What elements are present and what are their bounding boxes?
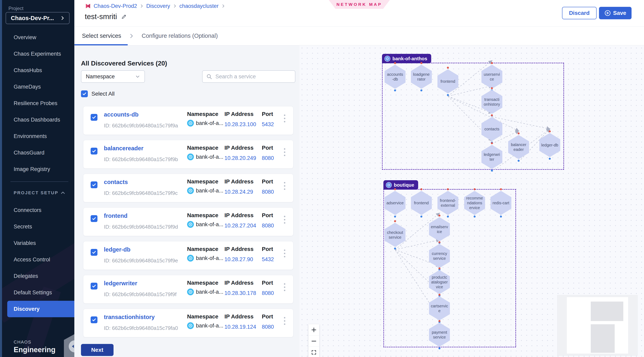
service-port[interactable]: 8080 (262, 189, 274, 195)
sidebar-item-delegates[interactable]: Delegates (2, 268, 74, 284)
breadcrumb-link-project[interactable]: Chaos-Dev-Prod2 (94, 3, 137, 9)
map-node-productcatalogservice[interactable]: productcatalogservice (429, 270, 450, 294)
service-ip[interactable]: 10.28.30.178 (224, 290, 256, 296)
select-all-checkbox[interactable] (81, 90, 88, 97)
service-ip[interactable]: 10.28.27.90 (224, 256, 253, 262)
hexagon-shape: productcatalogservice (429, 270, 450, 294)
map-node-balancereader[interactable]: balancereader (508, 135, 529, 159)
sidebar-item-image-registry[interactable]: Image Registry (2, 161, 74, 178)
sidebar-item-environments[interactable]: Environments (2, 128, 74, 144)
namespace-icon (187, 221, 194, 228)
sidebar-collapse-button[interactable] (69, 340, 74, 352)
edit-pencil-icon[interactable] (121, 14, 127, 20)
service-name-link[interactable]: ledger-db (104, 246, 130, 253)
map-node-checkoutservice[interactable]: checkoutservice (384, 223, 406, 247)
namespace-badge: boutique (384, 180, 418, 190)
service-port[interactable]: 8080 (262, 155, 274, 161)
service-name-link[interactable]: balancereader (104, 145, 144, 152)
service-port[interactable]: 8080 (262, 222, 274, 229)
service-name-link[interactable]: transactionhistory (104, 314, 155, 320)
sidebar-item-chaoshubs[interactable]: ChaosHubs (2, 62, 74, 78)
map-node-ledger-db[interactable]: ledger-db (539, 133, 560, 157)
kebab-menu-icon[interactable] (283, 248, 286, 258)
sidebar-item-discovery[interactable]: Discovery (7, 301, 74, 317)
map-node-currencyservice[interactable]: currencyservice (429, 244, 450, 268)
service-namespace-value: bank-of-a... (196, 323, 224, 329)
search-input[interactable] (215, 73, 291, 80)
node-label: transactionhistory (483, 97, 500, 107)
service-ip[interactable]: 10.28.23.100 (224, 121, 256, 128)
service-port[interactable]: 5432 (262, 256, 274, 262)
service-port[interactable]: 5432 (262, 121, 274, 128)
map-node-adservice[interactable]: adservice (384, 191, 406, 215)
sidebar-item-default-settings[interactable]: Default Settings (2, 284, 74, 301)
map-node-frontend-external[interactable]: frontend-external (438, 191, 458, 215)
fit-view-button[interactable] (308, 347, 319, 357)
service-checkbox[interactable] (90, 215, 98, 222)
map-node-cartservice[interactable]: cartservice (429, 296, 450, 320)
zoom-in-button[interactable] (308, 324, 319, 336)
project-selector[interactable]: Chaos-Dev-Pr... (6, 12, 70, 24)
service-ip[interactable]: 10.28.20.249 (224, 155, 256, 161)
network-map-canvas[interactable]: bank-of-anthos accounts-dbloadgeneratorf… (300, 46, 644, 357)
service-ip[interactable]: 10.28.27.204 (224, 222, 256, 229)
sidebar-item-gamedays[interactable]: GameDays (2, 78, 74, 95)
service-name-link[interactable]: frontend (104, 212, 128, 219)
select-all-control[interactable]: Select All (81, 90, 114, 97)
sidebar-item-chaos-dashboards[interactable]: Chaos Dashboards (2, 112, 74, 128)
map-node-frontend[interactable]: frontend (438, 69, 458, 94)
service-checkbox[interactable] (90, 249, 98, 256)
kebab-menu-icon[interactable] (283, 214, 286, 225)
kebab-menu-icon[interactable] (283, 147, 286, 157)
service-ip[interactable]: 10.28.19.124 (224, 324, 256, 330)
sidebar-item-connectors[interactable]: Connectors (2, 202, 74, 218)
sidebar-item-chaosguard[interactable]: ChaosGuard (2, 144, 74, 161)
service-name-link[interactable]: ledgerwriter (104, 280, 137, 287)
tab-configure-relations[interactable]: Configure relations (Optional) (142, 32, 218, 39)
project-setup-section-toggle[interactable]: PROJECT SETUP (14, 187, 66, 199)
breadcrumb-link-agent[interactable]: chaosdaycluster (180, 3, 218, 9)
service-name-link[interactable]: contacts (104, 179, 128, 186)
tab-select-services[interactable]: Select services (82, 32, 121, 39)
sidebar-item-chaos-experiments[interactable]: Chaos Experiments (2, 46, 74, 62)
service-checkbox[interactable] (90, 148, 98, 154)
map-node-frontend-b[interactable]: frontend (411, 191, 432, 215)
kebab-menu-icon[interactable] (283, 113, 286, 124)
map-node-emailservice[interactable]: emailservice (429, 217, 450, 241)
service-checkbox[interactable] (90, 316, 98, 323)
canvas-minimap[interactable] (557, 295, 638, 356)
input-port-dot (394, 220, 396, 222)
map-node-ledgerwriter[interactable]: ledgerwriter (482, 145, 502, 169)
map-node-userservice[interactable]: userservice (482, 65, 502, 89)
kebab-menu-icon[interactable] (283, 316, 286, 326)
input-port-dot (438, 320, 440, 322)
sidebar-item-access-control[interactable]: Access Control (2, 251, 74, 268)
service-port[interactable]: 8080 (262, 324, 274, 330)
map-node-loadgenerator[interactable]: loadgenerator (411, 65, 432, 89)
map-node-recommendationservice[interactable]: recommendationservice (464, 191, 485, 215)
map-node-accounts-db[interactable]: accounts-db (384, 65, 406, 89)
output-port-dot (549, 158, 551, 160)
sidebar-item-variables[interactable]: Variables (2, 235, 74, 251)
map-node-transactionhistory[interactable]: transactionhistory (482, 90, 502, 114)
save-button[interactable]: Save (599, 7, 632, 19)
namespace-filter-dropdown[interactable]: Namespace (81, 70, 145, 83)
map-node-paymentservice[interactable]: paymentservice (429, 323, 450, 347)
sidebar-item-resilience-probes[interactable]: Resilience Probes (2, 95, 74, 112)
sidebar-item-overview[interactable]: Overview (2, 29, 74, 46)
service-checkbox[interactable] (90, 182, 98, 188)
kebab-menu-icon[interactable] (283, 181, 286, 191)
breadcrumb-link-discovery[interactable]: Discovery (146, 3, 170, 9)
kebab-menu-icon[interactable] (283, 282, 286, 292)
service-port[interactable]: 8080 (262, 290, 274, 296)
zoom-out-button[interactable] (308, 336, 319, 347)
map-node-redis-cart[interactable]: redis-cart (490, 191, 512, 215)
service-name-link[interactable]: accounts-db (104, 111, 138, 118)
service-checkbox[interactable] (90, 114, 98, 121)
service-checkbox[interactable] (90, 283, 98, 290)
next-button[interactable]: Next (81, 344, 114, 356)
map-node-contacts[interactable]: contacts (482, 117, 502, 141)
discard-button[interactable]: Discard (562, 7, 596, 19)
service-ip[interactable]: 10.28.24.29 (224, 189, 253, 195)
sidebar-item-secrets[interactable]: Secrets (2, 218, 74, 235)
